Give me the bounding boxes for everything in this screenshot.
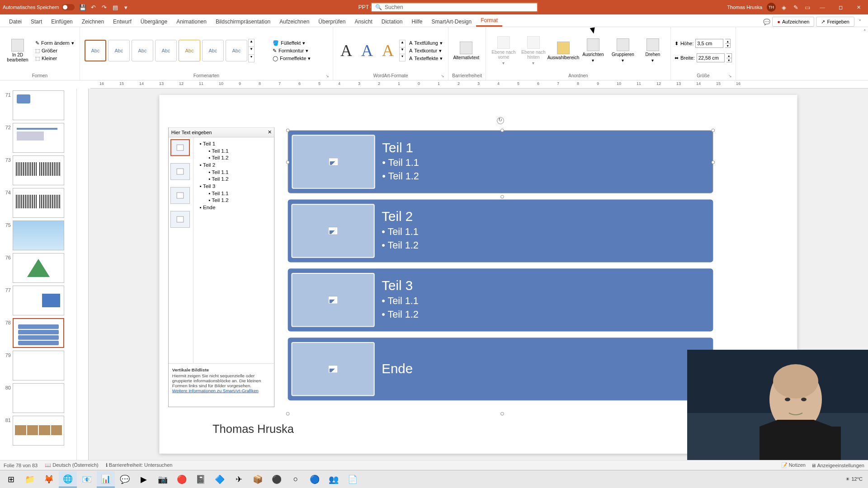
block-bullet[interactable]: • Teil 1.1 — [382, 225, 709, 239]
picture-placeholder[interactable] — [291, 342, 374, 396]
slide-thumb-80[interactable] — [13, 383, 64, 413]
slide-thumb-77[interactable] — [13, 286, 64, 315]
tab-zeichnen[interactable]: Zeichnen — [77, 17, 108, 27]
tp-block-thumb-1[interactable] — [170, 139, 190, 156]
tab-format[interactable]: Format — [476, 15, 502, 27]
search-box[interactable]: 🔍 Suchen — [371, 2, 538, 12]
language-indicator[interactable]: 📖 Deutsch (Österreich) — [45, 462, 99, 468]
user-avatar[interactable]: TH — [767, 3, 776, 12]
block-title[interactable]: Teil 2 — [382, 209, 709, 224]
text-effects-button[interactable]: A Texteffekte ▾ — [407, 55, 444, 62]
smartart-block-3[interactable]: Teil 3 • Teil 1.1 • Teil 1.2 — [288, 268, 713, 331]
tab-hilfe[interactable]: Hilfe — [407, 17, 427, 27]
tp-item[interactable]: • Teil 3 — [196, 183, 272, 190]
wordart-style-2[interactable]: A — [358, 41, 377, 60]
smartart-block-2[interactable]: Teil 2 • Teil 1.1 • Teil 1.2 — [288, 199, 713, 262]
block-title[interactable]: Teil 1 — [382, 140, 709, 155]
onenote-icon[interactable]: 📓 — [192, 471, 210, 488]
styles-more-icon[interactable]: ▾ — [249, 54, 254, 62]
smartart-block-4[interactable]: Ende — [288, 338, 713, 400]
app-icon[interactable]: ○ — [287, 471, 305, 488]
save-icon[interactable]: 💾 — [79, 4, 86, 11]
vscode-icon[interactable]: 🔷 — [211, 471, 229, 488]
app-icon[interactable]: 💬 — [116, 471, 134, 488]
block-bullet[interactable]: • Teil 1.2 — [382, 170, 709, 183]
sel-handle-tr[interactable] — [711, 129, 715, 132]
tab-datei[interactable]: Datei — [5, 17, 26, 27]
tab-entwurf[interactable]: Entwurf — [108, 17, 136, 27]
wa-down-icon[interactable]: ▼ — [400, 47, 405, 54]
telegram-icon[interactable]: ✈ — [230, 471, 248, 488]
firefox-icon[interactable]: 🦊 — [40, 471, 58, 488]
outlook-icon[interactable]: 📧 — [78, 471, 96, 488]
rotate-button[interactable]: Drehen ▾ — [639, 37, 667, 65]
start-button[interactable]: ⊞ — [2, 471, 20, 488]
slide-thumb-81[interactable] — [13, 416, 64, 446]
autosave-toggle[interactable]: Automatisches Speichern — [3, 4, 75, 10]
redo-icon[interactable]: ↷ — [101, 4, 108, 11]
tp-block-thumb-2[interactable] — [170, 163, 190, 180]
shape-style-3[interactable]: Abc — [132, 40, 153, 61]
tp-item[interactable]: • Ende — [196, 204, 272, 211]
block-title[interactable]: Ende — [382, 361, 709, 376]
powerpoint-icon[interactable]: 📊 — [97, 471, 115, 488]
username-text[interactable]: Thomas Hruska — [727, 5, 762, 10]
rotation-handle[interactable] — [497, 117, 504, 124]
slide-thumb-79[interactable] — [13, 351, 64, 380]
block-title[interactable]: Teil 3 — [382, 278, 709, 293]
sel-handle-bm[interactable] — [500, 412, 504, 416]
tp-block-thumb-4[interactable] — [170, 211, 190, 228]
picture-placeholder[interactable] — [291, 204, 374, 258]
coming-soon-icon[interactable]: ◈ — [780, 4, 788, 11]
tab-animationen[interactable]: Animationen — [172, 17, 211, 27]
undo-icon[interactable]: ↶ — [90, 4, 97, 11]
wordart-style-1[interactable]: A — [337, 41, 356, 60]
close-icon[interactable]: ✕ — [268, 130, 272, 136]
tp-item[interactable]: • Teil 1.1 — [196, 147, 272, 155]
sel-handle-tm[interactable] — [500, 129, 504, 132]
tab-dictation[interactable]: Dictation — [377, 17, 407, 27]
toggle-switch[interactable] — [62, 4, 75, 10]
tp-item[interactable]: • Teil 1.2 — [196, 154, 272, 161]
explorer-icon[interactable]: 📁 — [21, 471, 39, 488]
tab-aufzeichnen[interactable]: Aufzeichnen — [275, 17, 314, 27]
chrome-icon[interactable]: 🌐 — [59, 471, 77, 488]
slide-thumb-75[interactable] — [13, 221, 64, 250]
info-link[interactable]: Weitere Informationen zu SmartArt-Grafik… — [172, 388, 259, 393]
text-pane-list[interactable]: • Teil 1 • Teil 1.1 • Teil 1.2 • Teil 2 … — [193, 137, 274, 363]
edit-2d-button[interactable]: In 2D bearbeiten — [4, 37, 32, 64]
height-spinner[interactable]: ▲▼ — [725, 39, 731, 48]
sel-handle-mr[interactable] — [711, 160, 715, 164]
accessibility-checker[interactable]: ℹ Barrierefreiheit: Untersuchen — [106, 462, 173, 468]
change-shape-button[interactable]: ✎ Form ändern ▾ — [33, 40, 76, 47]
alt-text-button[interactable]: Alternativtext — [452, 40, 480, 62]
slide-thumb-71[interactable] — [13, 90, 64, 120]
start-from-beginning-icon[interactable]: ▤ — [112, 4, 119, 11]
share-button[interactable]: ↗Freigeben — [816, 17, 854, 27]
wa-up-icon[interactable]: ▲ — [400, 40, 405, 47]
launcher-icon[interactable]: ↘ — [441, 74, 444, 78]
app-icon[interactable]: 📄 — [344, 471, 362, 488]
vlc-icon[interactable]: ▶ — [135, 471, 153, 488]
collapse-ribbon-icon[interactable]: ˅ — [856, 18, 863, 25]
bigger-button[interactable]: ⬚ Größer — [33, 47, 76, 54]
tab-einfuegen[interactable]: Einfügen — [47, 17, 77, 27]
styles-down-icon[interactable]: ▼ — [249, 47, 254, 54]
shape-style-2[interactable]: Abc — [108, 40, 130, 61]
more-icon[interactable]: ▾ — [123, 4, 130, 11]
shape-style-7[interactable]: Abc — [226, 40, 247, 61]
slide-thumb-74[interactable] — [13, 188, 64, 218]
height-input[interactable] — [695, 39, 723, 48]
tab-smartart-design[interactable]: SmartArt-Design — [427, 17, 476, 27]
tp-item[interactable]: • Teil 1.2 — [196, 175, 272, 183]
display-settings-button[interactable]: 🖥 Anzeigeeinstellungen — [811, 463, 864, 468]
smartart-block-1[interactable]: Teil 1 • Teil 1.1 • Teil 1.2 — [288, 131, 713, 193]
notes-button[interactable]: 📝 Notizen — [781, 462, 806, 468]
styles-up-icon[interactable]: ▲ — [249, 39, 254, 47]
slide-thumb-73[interactable] — [13, 155, 64, 185]
align-button[interactable]: Ausrichten ▾ — [579, 37, 607, 65]
selection-pane-button[interactable]: Auswahlbereich — [549, 40, 577, 62]
block-bullet[interactable]: • Teil 1.2 — [382, 239, 709, 253]
shape-style-5[interactable]: Abc — [179, 40, 200, 61]
block-bullet[interactable]: • Teil 1.1 — [382, 156, 709, 170]
